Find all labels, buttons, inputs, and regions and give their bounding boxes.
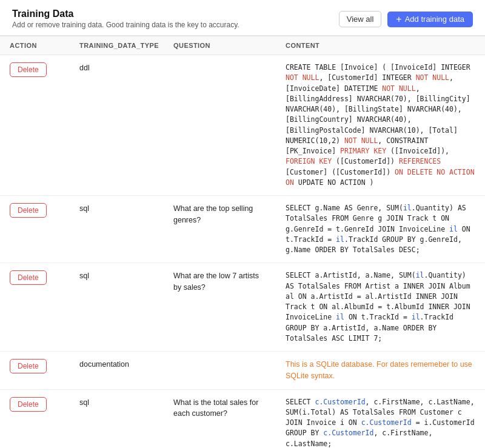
question-cell [164,352,276,390]
table-header-row: ACTION TRAINING_DATA_TYPE QUESTION CONTE… [0,36,485,55]
table-row: DeletesqlWhat are the top selling genres… [0,196,485,263]
view-all-button[interactable]: View all [339,11,382,27]
question-cell: What is the total sales for each custome… [164,389,276,448]
content-cell: SELECT c.CustomerId, c.FirstName, c.Last… [276,389,485,448]
col-header-content: CONTENT [276,36,485,55]
table-row: DeleteddlCREATE TABLE [Invoice] ( [Invoi… [0,55,485,196]
delete-button[interactable]: Delete [10,62,47,77]
content-cell: SELECT g.Name AS Genre, SUM(il.Quantity)… [276,196,485,263]
action-cell: Delete [0,196,70,263]
type-cell: documentation [70,352,164,390]
add-button-label: Add training data [405,15,464,24]
content-cell: CREATE TABLE [Invoice] ( [InvoiceId] INT… [276,55,485,196]
question-cell: What are the low 7 artists by sales? [164,263,276,352]
table-row: DeletesqlWhat are the low 7 artists by s… [0,263,485,352]
type-cell: sql [70,389,164,448]
training-data-table: ACTION TRAINING_DATA_TYPE QUESTION CONTE… [0,36,485,448]
table-row: DeletedocumentationThis is a SQLite data… [0,352,485,390]
page-title: Training Data [12,8,239,19]
delete-button[interactable]: Delete [10,397,47,412]
col-header-type: TRAINING_DATA_TYPE [70,36,164,55]
delete-button[interactable]: Delete [10,270,47,285]
table-body: DeleteddlCREATE TABLE [Invoice] ( [Invoi… [0,55,485,449]
action-cell: Delete [0,352,70,390]
content-cell: This is a SQLite database. For dates rem… [276,352,485,390]
action-cell: Delete [0,389,70,448]
type-cell: ddl [70,55,164,196]
question-cell [164,55,276,196]
type-cell: sql [70,263,164,352]
table-row: DeletesqlWhat is the total sales for eac… [0,389,485,448]
page-header: Training Data Add or remove training dat… [0,0,485,36]
content-cell: SELECT a.ArtistId, a.Name, SUM(il.Quanti… [276,263,485,352]
add-training-data-button[interactable]: + Add training data [387,12,473,27]
plus-icon: + [396,15,401,24]
action-cell: Delete [0,263,70,352]
action-cell: Delete [0,55,70,196]
header-left: Training Data Add or remove training dat… [12,8,239,29]
delete-button[interactable]: Delete [10,359,47,373]
col-header-question: QUESTION [164,36,276,55]
question-cell: What are the top selling genres? [164,196,276,263]
type-cell: sql [70,196,164,263]
header-right: View all + Add training data [339,8,473,27]
delete-button[interactable]: Delete [10,203,47,218]
col-header-action: ACTION [0,36,70,55]
page-subtitle: Add or remove training data. Good traini… [12,21,239,29]
